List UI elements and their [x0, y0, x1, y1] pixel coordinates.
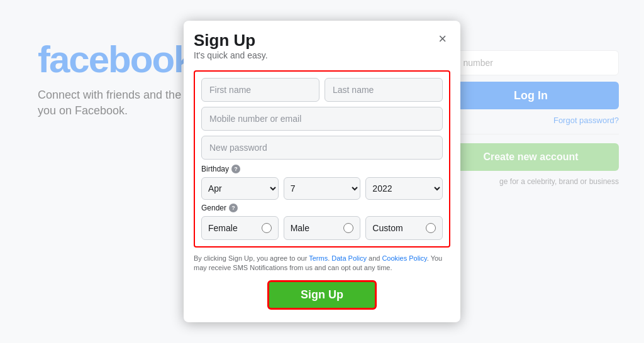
terms-text: By clicking Sign Up, you agree to our Te…: [194, 254, 450, 273]
cookies-policy-link[interactable]: Cookies Policy: [382, 254, 426, 262]
name-row: [201, 78, 443, 102]
birthday-month-select[interactable]: JanFebMarApr MayJunJulAug SepOctNovDec: [201, 177, 279, 200]
gender-female-label: Female: [208, 223, 238, 233]
modal-title: Sign Up: [194, 31, 268, 50]
password-input-wrapper: [201, 136, 443, 160]
gender-custom-label: Custom: [372, 223, 402, 233]
last-name-input[interactable]: [325, 78, 443, 102]
gender-label: Gender ?: [201, 204, 443, 212]
signup-btn-container: Sign Up: [194, 280, 450, 310]
birthday-section: Birthday ? JanFebMarApr MayJunJulAug Sep…: [201, 165, 443, 200]
gender-row: Female Male Custom: [201, 216, 443, 240]
modal-header: Sign Up It's quick and easy. ×: [194, 31, 450, 68]
first-name-input[interactable]: [201, 78, 319, 102]
password-input[interactable]: [201, 136, 443, 160]
gender-help-icon[interactable]: ?: [229, 204, 238, 212]
signup-button[interactable]: Sign Up: [267, 280, 377, 310]
gender-male-option[interactable]: Male: [284, 216, 361, 240]
modal-title-group: Sign Up It's quick and easy.: [194, 31, 268, 68]
birthday-day-select[interactable]: 12345 678910 1112131415 1617181920: [284, 177, 361, 200]
data-policy-link[interactable]: Data Policy: [331, 254, 367, 262]
gender-female-option[interactable]: Female: [201, 216, 279, 240]
birthday-help-icon[interactable]: ?: [231, 165, 240, 173]
modal-subtitle: It's quick and easy.: [194, 50, 268, 60]
modal-overlay: Sign Up It's quick and easy. × Birthday …: [0, 0, 644, 343]
gender-custom-radio[interactable]: [426, 223, 436, 233]
modal-close-button[interactable]: ×: [435, 31, 450, 47]
gender-female-radio[interactable]: [262, 223, 272, 233]
birthday-year-select[interactable]: 2024202320222021 2020201920182017 201020…: [365, 177, 443, 200]
email-input[interactable]: [201, 107, 443, 131]
birthday-label: Birthday ?: [201, 165, 443, 173]
signup-modal: Sign Up It's quick and easy. × Birthday …: [184, 21, 460, 323]
terms-link[interactable]: Terms: [309, 254, 328, 262]
form-bordered-section: Birthday ? JanFebMarApr MayJunJulAug Sep…: [194, 70, 450, 248]
gender-section: Gender ? Female Male Custom: [201, 204, 443, 240]
birthday-row: JanFebMarApr MayJunJulAug SepOctNovDec 1…: [201, 177, 443, 200]
gender-custom-option[interactable]: Custom: [365, 216, 443, 240]
gender-male-radio[interactable]: [343, 223, 353, 233]
gender-male-label: Male: [291, 223, 309, 233]
email-input-wrapper: [201, 107, 443, 131]
